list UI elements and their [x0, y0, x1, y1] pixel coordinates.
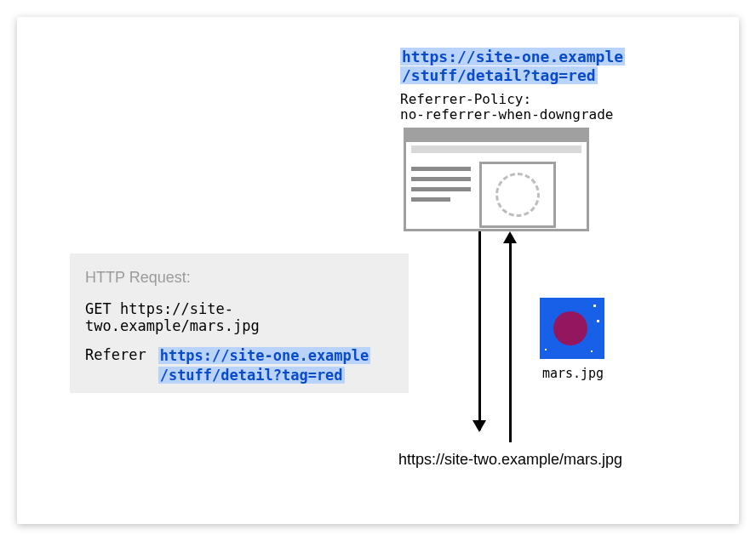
http-referer-value-line2: /stuff/detail?tag=red — [158, 367, 345, 384]
arrow-down-icon — [478, 231, 481, 430]
referrer-policy-value: no-referrer-when-downgrade — [400, 106, 613, 122]
mars-thumbnail — [540, 298, 604, 359]
placeholder-line — [411, 177, 471, 181]
target-url: https://site-two.example/mars.jpg — [398, 451, 622, 469]
browser-text-placeholder — [411, 162, 471, 228]
source-url: https://site-one.example /stuff/detail?t… — [400, 48, 625, 84]
star-icon — [591, 350, 593, 352]
browser-body — [406, 157, 587, 233]
star-icon — [593, 305, 596, 307]
http-referer-row: Referer https://site-one.example /stuff/… — [85, 346, 393, 385]
browser-urlbar — [411, 145, 581, 153]
star-icon — [597, 320, 599, 322]
planet-icon — [553, 311, 587, 345]
http-request-box: HTTP Request: GET https://site-two.examp… — [70, 253, 409, 393]
placeholder-line — [411, 167, 471, 171]
browser-titlebar — [406, 130, 587, 142]
http-get-line: GET https://site-two.example/mars.jpg — [85, 300, 393, 334]
http-request-title: HTTP Request: — [85, 269, 393, 287]
diagram-card: https://site-one.example /stuff/detail?t… — [17, 17, 739, 524]
placeholder-line — [411, 197, 450, 202]
http-referer-value-line1: https://site-one.example — [158, 347, 371, 364]
source-url-line1: https://site-one.example — [400, 48, 625, 65]
source-url-line2: /stuff/detail?tag=red — [400, 66, 598, 84]
mars-filename-label: mars.jpg — [540, 366, 606, 381]
browser-window — [404, 128, 589, 231]
dashed-circle-icon — [495, 173, 540, 217]
browser-image-placeholder — [479, 162, 556, 228]
star-icon — [545, 349, 547, 350]
placeholder-line — [411, 187, 471, 191]
referrer-policy-label: Referrer-Policy: — [400, 91, 531, 107]
arrow-up-icon — [509, 243, 512, 442]
http-referer-value: https://site-one.example /stuff/detail?t… — [158, 346, 371, 385]
referrer-policy-header: Referrer-Policy: no-referrer-when-downgr… — [400, 92, 613, 123]
http-referer-label: Referer — [85, 346, 146, 363]
